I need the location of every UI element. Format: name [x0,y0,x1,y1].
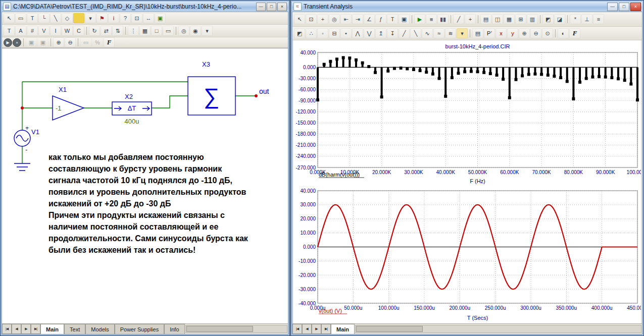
help-mode-button[interactable]: ? [120,13,131,23]
analysis-horizontal-scrollbar[interactable] [355,325,641,333]
diagonal-wire-button[interactable]: ╲ [50,13,61,23]
current-toggle-button[interactable]: I [50,26,61,36]
graphics-mode-button[interactable]: ◇ [62,13,73,23]
slope-up-button[interactable]: ╱ [399,28,410,38]
label-points-button[interactable]: P’ [484,28,495,38]
grid-text-toggle-button[interactable]: T [4,26,15,36]
minimize-window-button[interactable]: — [256,3,266,11]
pause-button[interactable]: ▮▮ [437,14,449,24]
attribute-toggle-button[interactable]: A [15,26,26,36]
node-number-toggle-button[interactable]: # [27,26,38,36]
page-box-button[interactable]: ▭ [80,37,91,47]
restore-window-button[interactable]: □ [267,3,276,11]
border-toggle-button[interactable]: □ [151,26,162,36]
select-mode-button[interactable]: ↖ [294,14,305,24]
scrollbar-thumb[interactable] [186,326,253,332]
text-tool-button[interactable]: T [27,13,38,23]
scrollbar-thumb[interactable] [356,326,423,332]
scroll-far-right-button[interactable]: ▶| [31,324,40,334]
grid-panel-button[interactable]: ▦ [504,14,515,24]
ruler-button[interactable]: ⊟ [329,28,340,38]
overlay-panel-button[interactable]: ▥ [527,14,538,24]
two-panel-button[interactable]: ◫ [492,14,503,24]
page-tab-info[interactable]: Info [164,324,184,334]
info-mode-button[interactable]: i [108,13,119,23]
four-panel-button[interactable]: ⊞ [515,14,526,24]
rotate-button[interactable]: ↻ [89,26,100,36]
wave-mode-button[interactable]: ∿ [422,28,433,38]
animate-stop-button[interactable]: × [13,38,21,47]
peak-button[interactable]: ⋀ [352,28,363,38]
scroll-far-left-button[interactable]: |◀ [292,324,302,334]
pin-waveform-button[interactable]: ⊥ [581,14,592,24]
cursor-line-mode-button[interactable]: ╱ [453,14,464,24]
step-box-button[interactable]: ⋮ [128,26,139,36]
minimize-window-button[interactable]: — [607,3,618,11]
select-tool-button[interactable]: ↖ [4,13,15,23]
scroll-far-right-button[interactable]: ▶| [321,324,331,334]
condition-toggle-button[interactable]: C [73,26,84,36]
copy-next-page-button[interactable]: ▣ [37,37,48,47]
animate-run-button[interactable]: ▶ [4,38,12,47]
baseline-marks-button[interactable]: • [340,28,352,38]
formula-tag-button[interactable]: ƒ [375,14,386,24]
waveform-chart[interactable]: 0.000u50.000u100.000u150.000u200.000u250… [294,187,641,323]
horizontal-tag-button[interactable]: ⇤ [340,14,352,24]
mode-dropdown-button[interactable]: ▾ [202,26,213,36]
spectrum-chart[interactable]: burst-10kHz_4-period.CIR0.000K10.000K20.… [294,42,641,186]
close-window-button[interactable]: × [630,3,641,11]
global-low-button[interactable]: ↧ [387,28,398,38]
page-tab-main[interactable]: Main [40,324,64,334]
copy-prev-page-button[interactable]: ▣ [26,37,37,47]
maximize-window-button[interactable]: □ [619,3,629,11]
close-window-button[interactable]: × [277,3,287,11]
zoom-in-button[interactable]: ⊕ [519,28,530,38]
component-mode-button[interactable]: ▭ [15,13,26,23]
split-horizontal-button[interactable]: ◩ [542,14,554,24]
format-f-button[interactable]: F [104,37,115,47]
power-toggle-button[interactable]: W [62,26,73,36]
scroll-right-button[interactable]: ▶ [21,324,31,334]
mirror-vertical-button[interactable]: ⇅ [112,26,123,36]
scroll-left-button[interactable]: ◀ [302,324,312,334]
wire-mode-button[interactable]: └ [38,13,49,23]
title-block-button[interactable]: ▭ [163,26,174,36]
zoom-out-button[interactable]: ⊖ [65,37,76,47]
data-points-button[interactable]: ∴ [306,28,317,38]
zoom-auto-button[interactable]: ⊙ [542,28,553,38]
percent-display-button[interactable]: % [92,37,103,47]
mirror-horizontal-button[interactable]: ⇄ [101,26,112,36]
page-tab-models[interactable]: Models [85,324,114,334]
magnify-wand-button[interactable]: * [570,14,581,24]
point-tag-button[interactable]: ◎ [329,14,340,24]
multi-wave-button[interactable]: ≋ [445,28,456,38]
schematic-horizontal-scrollbar[interactable] [185,325,287,333]
picture-button[interactable]: ▣ [155,13,166,23]
zoom-out-button[interactable]: ⊖ [530,28,541,38]
vertical-tag-button[interactable]: ⇥ [352,14,363,24]
go-to-y-button[interactable]: y [507,28,518,38]
crosshair-mode-button[interactable]: + [465,14,476,24]
one-panel-button[interactable]: ▤ [480,14,491,24]
scroll-right-button[interactable]: ▶ [312,324,321,334]
envelope-button[interactable]: ≈ [433,28,444,38]
scroll-left-button[interactable]: ◀ [12,324,21,334]
split-vertical-button[interactable]: ◪ [554,14,565,24]
stop-button[interactable]: ■ [426,14,437,24]
valley-button[interactable]: ⋁ [364,28,375,38]
color-swatch-button[interactable] [73,13,84,23]
scroll-far-left-button[interactable]: |◀ [2,324,12,334]
node-voltage-toggle-button[interactable]: V [38,26,49,36]
grid-toggle-button[interactable]: ▦ [139,26,151,36]
schematic-canvas[interactable]: X1 -1 X2 ΔT 400u X3 ∑ V1 + - out как тол… [2,48,288,323]
slope-down-button[interactable]: ╲ [410,28,421,38]
properties-button[interactable]: ▣ [399,14,410,24]
chart-area[interactable]: burst-10kHz_4-period.CIR0.000K10.000K20.… [293,40,641,323]
cursor-mode-button[interactable]: + [317,14,328,24]
graph-format-button[interactable]: ◩ [294,28,305,38]
go-to-x-button[interactable]: x [496,28,507,38]
zoom-window-mode-button[interactable]: ⊡ [306,14,317,24]
region-select-button[interactable]: ⊡ [131,13,142,23]
measure-tag-button[interactable]: ∠ [364,14,375,24]
waveform-props-button[interactable]: ▾ [457,28,468,38]
